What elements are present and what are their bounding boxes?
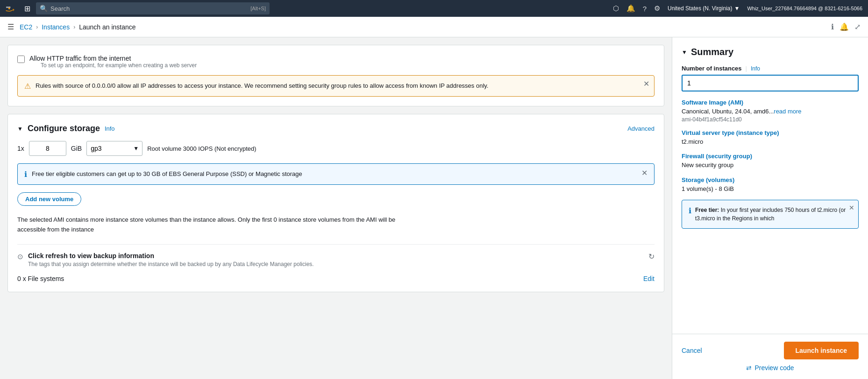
summary-collapse-icon[interactable]: ▼ — [682, 49, 687, 56]
free-tier-banner-close-button[interactable]: ✕ — [641, 169, 647, 177]
firewall-summary-title[interactable]: Firewall (security group) — [682, 153, 859, 160]
info-circle-icon[interactable]: ℹ — [831, 22, 834, 31]
nav-icons: ⬡ 🔔 ? ⚙ United States (N. Virginia) ▼ Wh… — [613, 4, 862, 13]
root-volume-info: Root volume 3000 IOPS (Not encrypted) — [147, 145, 256, 152]
num-instances-label: Number of instances — [682, 65, 742, 72]
backup-info-left: ⊙ Click refresh to view backup informati… — [17, 252, 648, 267]
ami-id: ami-04b4f1a9cf54c11d0 — [682, 116, 859, 123]
num-instances-label-row: Number of instances | Info — [682, 65, 859, 72]
instance-type-summary-value: t2.micro — [682, 137, 859, 147]
num-instances-input[interactable] — [682, 75, 859, 91]
preview-code-label: Preview code — [754, 364, 794, 372]
expand-icon[interactable]: ⤢ — [854, 22, 861, 31]
ami-store-note: The selected AMI contains more instance … — [17, 215, 655, 235]
backup-section: ⊙ Click refresh to view backup informati… — [17, 252, 655, 267]
ami-summary-item: Software Image (AMI) Canonical, Ubuntu, … — [682, 99, 859, 123]
storage-info-link[interactable]: Info — [105, 125, 115, 132]
launch-instance-button[interactable]: Launch instance — [784, 342, 859, 359]
http-traffic-row: Allow HTTP traffic from the internet To … — [17, 55, 655, 69]
summary-title: Summary — [691, 47, 733, 57]
breadcrumb-sep-2: › — [73, 24, 75, 30]
settings-icon[interactable]: ⚙ — [654, 4, 660, 13]
breadcrumb-current-page: Launch an instance — [79, 23, 135, 31]
backup-title: Click refresh to view backup information — [28, 252, 314, 260]
breadcrumb-action-icons: ℹ 🔔 ⤢ — [831, 22, 861, 31]
volume-type-select-wrap: gp3 gp2 io1 io2 sc1 st1 standard ▼ — [86, 141, 142, 156]
main-action-row: Cancel Launch instance — [682, 342, 859, 359]
summary-title-row: ▼ Summary — [682, 47, 859, 57]
search-icon: 🔍 — [40, 5, 48, 12]
refresh-backup-button[interactable]: ↻ — [648, 252, 655, 261]
svg-text:aws: aws — [6, 6, 11, 8]
storage-summary-title[interactable]: Storage (volumes) — [682, 176, 859, 183]
storage-collapse-icon[interactable]: ▼ — [17, 126, 23, 132]
http-traffic-checkbox[interactable] — [17, 56, 25, 63]
free-tier-info-banner: ℹ Free tier eligible customers can get u… — [17, 163, 655, 185]
filesystems-count: 0 x File systems — [17, 275, 64, 282]
search-shortcut: [Alt+S] — [250, 6, 266, 11]
storage-section-header: ▼ Configure storage Info Advanced — [17, 124, 655, 133]
backup-question-icon: ⊙ — [17, 253, 23, 261]
cancel-button[interactable]: Cancel — [682, 347, 702, 354]
warning-triangle-icon: ⚠ — [24, 82, 31, 91]
user-info[interactable]: Whiz_User_227684.76664894 @ 8321-6216-50… — [747, 6, 862, 11]
storage-unit-label: GiB — [71, 145, 82, 152]
code-icon: ⇄ — [746, 364, 752, 372]
volume-type-select[interactable]: gp3 gp2 io1 io2 sc1 st1 standard — [86, 141, 142, 156]
aws-logo[interactable]: aws — [6, 4, 19, 13]
preview-code-button[interactable]: ⇄ Preview code — [746, 364, 794, 372]
bell-icon[interactable]: 🔔 — [626, 4, 635, 13]
warning-close-button[interactable]: ✕ — [643, 80, 649, 88]
firewall-section: Allow HTTP traffic from the internet To … — [7, 45, 664, 106]
help-icon[interactable]: ? — [643, 5, 647, 13]
free-tier-summary-banner: ℹ Free tier: In your first year includes… — [682, 200, 859, 229]
sidebar-toggle-icon[interactable]: ☰ — [7, 22, 14, 31]
num-instances-field: Number of instances | Info — [682, 65, 859, 91]
backup-desc: The tags that you assign determine wheth… — [28, 261, 314, 267]
storage-advanced-link[interactable]: Advanced — [627, 125, 655, 132]
preview-code-row: ⇄ Preview code — [682, 364, 859, 372]
warning-banner: ⚠ Rules with source of 0.0.0.0/0 allow a… — [17, 75, 655, 97]
region-selector[interactable]: United States (N. Virginia) ▼ — [668, 5, 740, 12]
firewall-summary-item: Firewall (security group) New security g… — [682, 153, 859, 170]
free-tier-info-text: Free tier eligible customers can get up … — [32, 169, 633, 179]
search-bar[interactable]: 🔍 [Alt+S] — [36, 2, 270, 14]
free-tier-summary-text: Free tier: In your first year includes 7… — [695, 206, 852, 223]
instance-type-summary-item: Virtual server type (instance type) t2.m… — [682, 129, 859, 147]
add-new-volume-button[interactable]: Add new volume — [17, 192, 81, 206]
left-content: Allow HTTP traffic from the internet To … — [0, 37, 672, 379]
storage-size-input[interactable] — [29, 141, 66, 156]
storage-summary-item: Storage (volumes) 1 volume(s) - 8 GiB — [682, 176, 859, 194]
search-input[interactable] — [50, 5, 248, 12]
main-layout: Allow HTTP traffic from the internet To … — [0, 37, 868, 379]
storage-section: ▼ Configure storage Info Advanced 1x GiB… — [7, 114, 664, 292]
breadcrumb: ☰ EC2 › Instances › Launch an instance ℹ… — [0, 17, 868, 37]
breadcrumb-ec2-link[interactable]: EC2 — [20, 23, 32, 31]
right-panel: ▼ Summary Number of instances | Info Sof… — [672, 37, 868, 379]
ami-summary-value: Canonical, Ubuntu, 24.04, amd6...read mo… — [682, 107, 859, 116]
terminal-icon[interactable]: ⬡ — [613, 4, 619, 13]
filesystems-row: 0 x File systems Edit — [17, 275, 655, 282]
storage-section-title: Configure storage — [28, 124, 100, 133]
apps-grid-icon[interactable]: ⊞ — [24, 4, 30, 13]
http-traffic-sublabel: To set up an endpoint, for example when … — [41, 62, 197, 69]
num-instances-info-link[interactable]: Info — [751, 65, 760, 72]
summary-section: ▼ Summary Number of instances | Info Sof… — [672, 37, 868, 334]
breadcrumb-sep-1: › — [36, 24, 38, 30]
storage-multiplier: 1x — [17, 145, 24, 152]
filesystems-edit-link[interactable]: Edit — [643, 275, 655, 282]
storage-summary-value: 1 volume(s) - 8 GiB — [682, 184, 859, 194]
storage-config-row: 1x GiB gp3 gp2 io1 io2 sc1 st1 standard … — [17, 141, 655, 156]
warning-text: Rules with source of 0.0.0.0/0 allow all… — [36, 81, 647, 91]
ami-summary-title[interactable]: Software Image (AMI) — [682, 99, 859, 106]
bottom-actions: Cancel Launch instance ⇄ Preview code — [672, 334, 868, 379]
instance-type-summary-title[interactable]: Virtual server type (instance type) — [682, 129, 859, 136]
free-tier-info-icon: ℹ — [24, 170, 27, 179]
feedback-icon[interactable]: 🔔 — [840, 22, 849, 31]
breadcrumb-instances-link[interactable]: Instances — [42, 23, 70, 31]
ami-read-more-link[interactable]: read more — [774, 108, 801, 115]
free-tier-summary-close-button[interactable]: ✕ — [849, 204, 854, 211]
region-dropdown-icon: ▼ — [734, 5, 740, 12]
field-divider: | — [746, 65, 747, 72]
free-tier-summary-icon: ℹ — [689, 206, 691, 215]
